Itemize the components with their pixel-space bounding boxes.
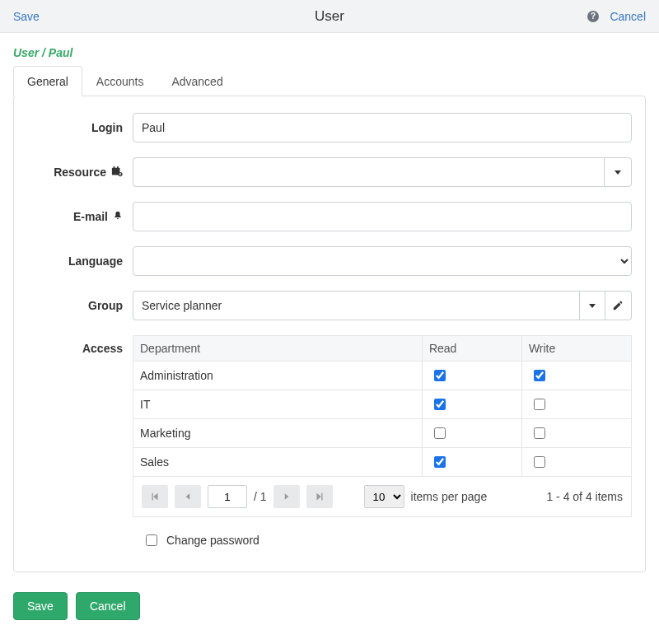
read-checkbox[interactable] bbox=[434, 427, 446, 439]
tab-advanced[interactable]: Advanced bbox=[157, 66, 236, 96]
help-icon[interactable]: ? bbox=[587, 10, 600, 23]
label-login: Login bbox=[27, 121, 133, 134]
cell-write bbox=[521, 448, 631, 477]
label-group: Group bbox=[27, 299, 133, 312]
cell-write bbox=[521, 362, 631, 390]
col-read[interactable]: Read bbox=[422, 336, 521, 362]
table-row: Administration bbox=[133, 362, 632, 390]
cell-write bbox=[521, 390, 631, 419]
page-title: User bbox=[315, 8, 344, 25]
group-value: Service planner bbox=[142, 299, 222, 312]
row-email: E-mail bbox=[27, 202, 632, 231]
table-row: Marketing bbox=[133, 419, 632, 448]
tab-accounts[interactable]: Accounts bbox=[82, 66, 158, 96]
change-password-label[interactable]: Change password bbox=[166, 534, 259, 547]
group-dropdown-button[interactable] bbox=[579, 291, 605, 320]
pager-total-pages: 1 bbox=[260, 490, 267, 503]
edit-icon bbox=[612, 300, 624, 311]
cell-dept: Sales bbox=[133, 448, 423, 477]
svg-point-6 bbox=[119, 172, 121, 174]
chevron-down-icon bbox=[615, 170, 621, 175]
group-select[interactable]: Service planner bbox=[133, 291, 579, 320]
cell-read bbox=[422, 448, 521, 477]
row-change-password: Change password bbox=[27, 532, 632, 548]
label-email: E-mail bbox=[27, 210, 133, 223]
header-cancel-link[interactable]: Cancel bbox=[610, 10, 646, 23]
header-save-link[interactable]: Save bbox=[13, 10, 40, 23]
next-page-icon bbox=[282, 492, 292, 502]
language-select[interactable] bbox=[133, 246, 632, 276]
cancel-button[interactable]: Cancel bbox=[76, 592, 140, 620]
pager-perpage-label: items per page bbox=[411, 490, 488, 503]
label-resource-text: Resource bbox=[54, 166, 106, 179]
label-access: Access bbox=[27, 335, 133, 355]
access-table: Department Read Write AdministrationITMa… bbox=[133, 335, 632, 477]
label-language: Language bbox=[27, 254, 133, 268]
resource-select[interactable] bbox=[133, 157, 604, 187]
svg-text:?: ? bbox=[591, 12, 596, 21]
cell-read bbox=[422, 390, 521, 419]
cell-dept: Administration bbox=[133, 362, 423, 390]
group-edit-button[interactable] bbox=[605, 291, 632, 320]
pager-prev-button[interactable] bbox=[175, 485, 201, 508]
prev-page-icon bbox=[183, 492, 193, 502]
tab-bar: General Accounts Advanced bbox=[0, 66, 659, 96]
label-email-text: E-mail bbox=[73, 210, 108, 223]
footer-buttons: Save Cancel bbox=[0, 592, 659, 644]
calendar-user-icon bbox=[111, 166, 123, 180]
breadcrumb: User / Paul bbox=[0, 33, 659, 66]
table-row: IT bbox=[133, 390, 632, 419]
pager-first-button[interactable] bbox=[142, 485, 168, 508]
cell-write bbox=[521, 419, 631, 448]
pager-perpage-select[interactable]: 10 bbox=[364, 485, 404, 508]
first-page-icon bbox=[149, 491, 161, 502]
bell-icon bbox=[113, 210, 123, 223]
cell-read bbox=[422, 419, 521, 448]
resource-dropdown-button[interactable] bbox=[604, 157, 632, 187]
col-write[interactable]: Write bbox=[521, 336, 631, 362]
col-dept[interactable]: Department bbox=[133, 336, 423, 362]
write-checkbox[interactable] bbox=[534, 427, 545, 439]
label-resource: Resource bbox=[27, 166, 133, 180]
tab-general[interactable]: General bbox=[13, 66, 82, 96]
last-page-icon bbox=[314, 491, 325, 502]
chevron-down-icon bbox=[589, 304, 596, 308]
svg-rect-4 bbox=[117, 166, 119, 168]
pager-total: / 1 bbox=[254, 490, 267, 503]
pager-range: 1 - 4 of 4 items bbox=[546, 490, 623, 503]
svg-rect-3 bbox=[114, 166, 115, 168]
general-panel: Login Resource bbox=[13, 96, 646, 572]
write-checkbox[interactable] bbox=[534, 370, 545, 381]
change-password-checkbox[interactable] bbox=[146, 534, 157, 546]
cell-dept: Marketing bbox=[133, 419, 423, 448]
save-button[interactable]: Save bbox=[13, 592, 68, 620]
write-checkbox[interactable] bbox=[534, 399, 545, 410]
row-language: Language bbox=[27, 246, 632, 276]
row-access: Access Department Read Write Administrat… bbox=[27, 335, 632, 517]
pager-next-button[interactable] bbox=[273, 485, 300, 508]
cell-dept: IT bbox=[133, 390, 423, 419]
pager-page-input[interactable] bbox=[208, 485, 247, 508]
read-checkbox[interactable] bbox=[434, 399, 446, 410]
read-checkbox[interactable] bbox=[434, 456, 446, 468]
row-login: Login bbox=[27, 113, 632, 142]
write-checkbox[interactable] bbox=[534, 456, 545, 468]
email-input[interactable] bbox=[133, 202, 632, 231]
page-header: Save User ? Cancel bbox=[0, 0, 659, 33]
login-input[interactable] bbox=[133, 113, 632, 142]
pager: / 1 10 items per page 1 - 4 of 4 items bbox=[133, 477, 632, 517]
read-checkbox[interactable] bbox=[434, 370, 446, 381]
row-resource: Resource bbox=[27, 157, 632, 187]
table-row: Sales bbox=[133, 448, 632, 477]
row-group: Group Service planner bbox=[27, 291, 632, 320]
pager-last-button[interactable] bbox=[306, 485, 333, 508]
cell-read bbox=[422, 362, 521, 390]
